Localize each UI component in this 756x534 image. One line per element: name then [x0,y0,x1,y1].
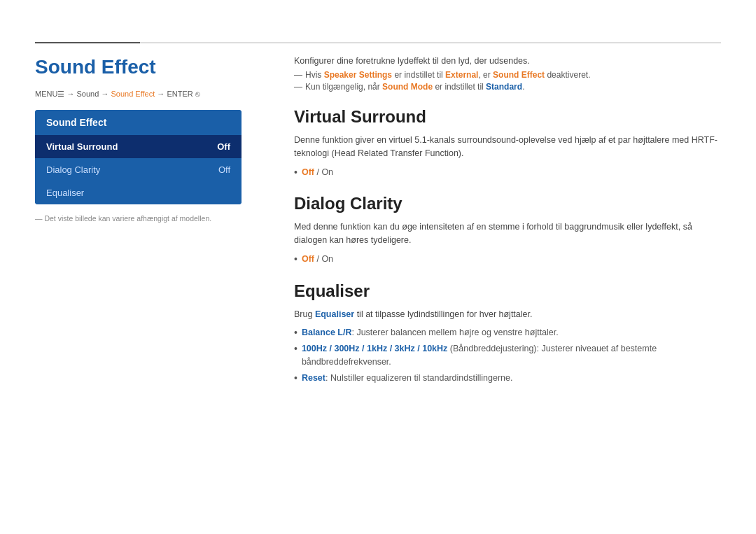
note-sound-effect: Sound Effect [493,70,545,80]
on-label: On [321,167,333,177]
breadcrumb-arrow3: → [157,90,167,98]
bullet-balance: • Balance L/R: Justerer balancen mellem … [294,326,721,339]
note-external: External [445,70,478,80]
menu-box-title: Sound Effect [35,110,241,135]
breadcrumb-arrow2: → [101,90,111,98]
note-text-1: Hvis Speaker Settings er indstillet til … [305,70,590,80]
menu-box: Sound Effect Virtual Surround Off Dialog… [35,110,241,204]
breadcrumb-sound-effect: Sound Effect [111,90,155,98]
breadcrumb-arrow1: → [66,90,76,98]
note-dash-2: — [294,82,302,92]
off-on-virtual: Off / On [302,166,333,179]
bullet-freq: • 100Hz / 300Hz / 1kHz / 3kHz / 10kHz (B… [294,342,721,369]
bullet-dot: • [294,372,298,384]
reset-highlight: Reset [302,373,326,383]
note-line-2: — Kun tilgængelig, når Sound Mode er ind… [294,82,721,92]
note-text-2: Kun tilgængelig, når Sound Mode er indst… [305,82,524,92]
menu-item-virtual-surround[interactable]: Virtual Surround Off [35,135,241,158]
bullet-dot: • [294,342,298,355]
bullet-reset: • Reset: Nulstiller equalizeren til stan… [294,372,721,385]
note-speaker-settings: Speaker Settings [324,70,392,80]
breadcrumb-icon: ☰ [57,90,64,98]
bullet-freq-text: 100Hz / 300Hz / 1kHz / 3kHz / 10kHz (Bån… [302,342,721,369]
breadcrumb: MENU☰ → Sound → Sound Effect → ENTER ⎋ [35,90,252,99]
slash: / [314,167,321,177]
bullet-dot: • [294,166,298,178]
on-label: On [321,254,333,264]
top-divider [35,42,721,43]
note-standard: Standard [486,82,522,92]
note-sound-mode: Sound Mode [382,82,433,92]
section-title-virtual-surround: Virtual Surround [294,107,721,127]
menu-item-label: Dialog Clarity [46,164,100,175]
menu-item-dialog-clarity[interactable]: Dialog Clarity Off [35,158,241,181]
intro-text: Konfigurer dine foretrukne lydeffekt til… [294,56,721,66]
section-title-equaliser: Equaliser [294,281,721,301]
freq-highlight: 100Hz / 300Hz / 1kHz / 3kHz / 10kHz [302,344,447,353]
menu-item-value: Off [217,141,230,152]
bullet-virtual-surround: • Off / On [294,166,721,179]
bullet-dot: • [294,326,298,339]
off-label: Off [302,167,314,177]
footnote: — Det viste billede kan variere afhængig… [35,214,252,223]
section-title-dialog-clarity: Dialog Clarity [294,194,721,213]
bullet-dialog-clarity: • Off / On [294,253,721,266]
menu-item-value: Off [218,164,230,175]
bullet-dot: • [294,253,298,265]
breadcrumb-sound: Sound [77,90,99,98]
section-desc-equaliser: Brug Equaliser til at tilpasse lydindsti… [294,308,721,321]
left-panel: Sound Effect MENU☰ → Sound → Sound Effec… [35,49,252,223]
section-desc-dialog-clarity: Med denne funktion kan du øge intensitet… [294,220,721,247]
slash: / [314,254,321,264]
balance-highlight: Balance L/R [302,328,352,337]
section-desc-virtual-surround: Denne funktion giver en virtuel 5.1-kana… [294,134,721,160]
bullet-balance-text: Balance L/R: Justerer balancen mellem hø… [302,326,559,339]
bullet-reset-text: Reset: Nulstiller equalizeren til standa… [302,372,513,385]
note-line-1: — Hvis Speaker Settings er indstillet ti… [294,70,721,80]
equaliser-link: Equaliser [315,309,354,319]
off-label: Off [302,254,314,264]
breadcrumb-enter: ENTER ⎋ [167,90,200,98]
page-title: Sound Effect [35,56,252,78]
breadcrumb-menu: MENU [35,90,57,98]
menu-item-label: Equaliser [46,188,84,198]
off-on-dialog: Off / On [302,253,333,266]
note-dash-1: — [294,70,302,80]
right-panel: Konfigurer dine foretrukne lydeffekt til… [294,56,721,387]
menu-item-equaliser[interactable]: Equaliser [35,181,241,204]
menu-item-label: Virtual Surround [46,141,118,152]
